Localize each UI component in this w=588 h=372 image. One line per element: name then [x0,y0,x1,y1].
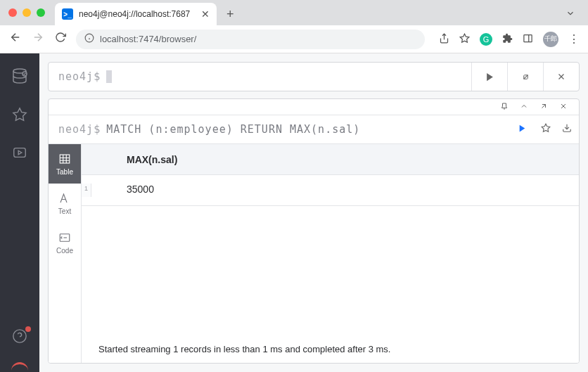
back-button[interactable] [8,31,23,47]
database-icon[interactable] [11,68,28,87]
svg-marker-16 [487,72,493,80]
forward-button[interactable] [31,31,45,47]
notification-dot [25,326,31,332]
status-line: Started streaming 1 records in less than… [82,335,579,363]
sidebar-bottom-icon[interactable] [11,362,28,365]
svg-line-21 [542,104,546,108]
svg-rect-27 [60,155,70,163]
frame-top-actions [49,99,579,115]
browser-toolbar: localhost:7474/browser/ G 千郎 ⋮ [0,25,588,53]
share-icon[interactable] [439,33,449,46]
profile-avatar[interactable]: 千郎 [543,32,558,47]
view-tab-text-label: Text [58,207,71,215]
view-tab-table[interactable]: Table [49,144,81,184]
grammarly-extension-icon[interactable]: G [480,33,492,46]
cursor [106,70,112,83]
sidepanel-icon[interactable] [523,33,533,46]
svg-rect-7 [524,34,532,41]
view-tab-text[interactable]: Text [49,184,81,223]
close-editor-icon[interactable] [549,63,573,91]
project-files-icon[interactable] [12,145,27,163]
overflow-menu-icon[interactable]: ⋮ [568,32,580,46]
cypher-editor: neo4j$ [48,62,580,91]
fullscreen-icon[interactable] [539,102,548,113]
browser-tab[interactable]: >_ neo4j@neo4j://localhost:7687 ✕ [55,3,217,25]
tabs-dropdown-icon[interactable] [565,8,575,21]
svg-point-14 [13,330,26,342]
bookmark-star-icon[interactable] [459,33,470,46]
tab-title: neo4j@neo4j://localhost:7687 [79,9,196,19]
svg-marker-24 [520,125,525,132]
collapse-icon[interactable] [520,102,528,113]
favorite-query-icon[interactable] [541,123,551,136]
neo4j-browser-app: neo4j$ [0,53,588,372]
view-tabs: Table Text Code [49,144,81,363]
expand-editor-icon[interactable] [513,63,537,91]
table-row: 1 35000 [82,175,579,206]
svg-marker-11 [13,108,26,120]
view-tab-table-label: Table [56,168,73,176]
view-tab-code-label: Code [56,247,73,255]
download-icon[interactable] [562,123,572,136]
query-display[interactable]: neo4j$ MATCH (n:employee) RETURN MAX(n.s… [49,115,511,144]
view-tab-code[interactable]: Code [49,223,81,262]
main-area: neo4j$ [39,53,588,372]
svg-marker-25 [542,124,550,132]
result-frame: neo4j$ MATCH (n:employee) RETURN MAX(n.s… [48,98,580,364]
reload-button[interactable] [53,32,68,46]
favorites-star-icon[interactable] [12,107,27,125]
close-frame-icon[interactable] [559,102,568,113]
minimize-window-button[interactable] [23,8,31,17]
tab-favicon: >_ [62,8,73,20]
extensions-icon[interactable] [502,33,513,46]
svg-marker-6 [460,34,469,42]
app-sidebar [0,53,39,372]
svg-marker-13 [18,150,22,155]
rerun-button[interactable] [518,123,527,136]
window-controls [8,8,45,17]
query-prompt: neo4j$ [49,123,106,136]
site-info-icon[interactable] [84,33,94,45]
cell-value: 35000 [91,184,154,195]
run-query-button[interactable] [478,63,501,91]
help-icon[interactable] [12,328,27,347]
table-header: MAX(n.sal) [82,144,579,175]
url-host: localhost:7474/browser/ [100,34,196,44]
browser-titlebar: >_ neo4j@neo4j://localhost:7687 ✕ + [0,0,588,25]
new-tab-button[interactable]: + [226,7,234,22]
column-header: MAX(n.sal) [127,154,177,165]
result-table: MAX(n.sal) 1 35000 Started streaming 1 r… [81,144,579,363]
editor-prompt: neo4j$ [49,70,106,83]
maximize-window-button[interactable] [37,8,45,17]
url-bar[interactable]: localhost:7474/browser/ [76,30,425,49]
svg-rect-12 [14,148,26,158]
pin-icon[interactable] [500,102,509,113]
row-number: 1 [82,184,91,197]
frame-query-bar: neo4j$ MATCH (n:employee) RETURN MAX(n.s… [49,115,579,144]
close-tab-icon[interactable]: ✕ [201,8,210,20]
close-window-button[interactable] [8,8,17,17]
toolbar-right: G 千郎 ⋮ [439,32,580,47]
editor-input[interactable] [106,70,112,84]
query-text: MATCH (n:employee) RETURN MAX(n.sal) [106,123,360,136]
svg-line-17 [523,75,527,78]
